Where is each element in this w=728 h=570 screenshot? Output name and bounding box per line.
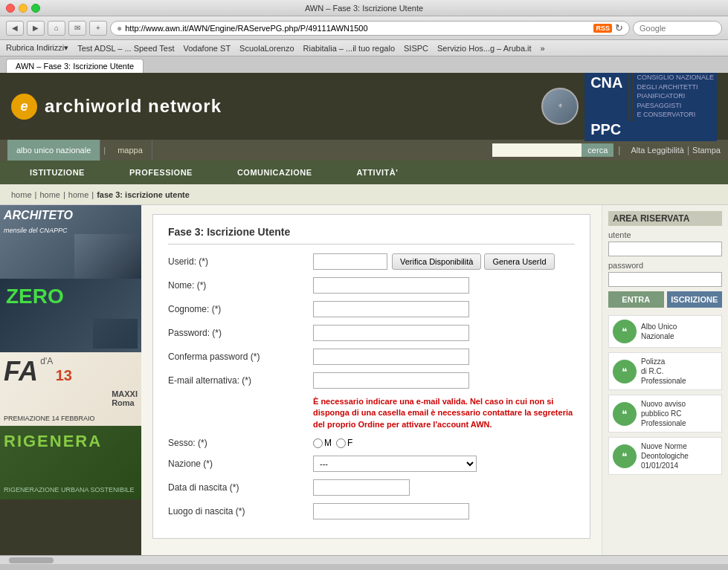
card-norme-icon: ❝: [613, 444, 637, 468]
bookmark-speed-test[interactable]: Test ADSL – ... Speed Test: [77, 44, 174, 53]
url-bar[interactable]: ● RSS ↻: [110, 21, 630, 36]
password-row: Password: (*): [168, 325, 575, 341]
horizontal-scrollbar[interactable]: [0, 555, 728, 564]
cognome-label: Cognome: (*): [168, 304, 313, 314]
minimize-button[interactable]: [19, 4, 28, 13]
card-polizza-icon: ❝: [613, 360, 637, 383]
verifica-disponibilita-button[interactable]: Verifica Disponibilità: [392, 253, 481, 270]
sidebar-rigenera[interactable]: RIGENERA RIGENERAZIONE URBANA SOSTENIBIL…: [0, 426, 141, 499]
browser-search-input[interactable]: [640, 24, 703, 33]
back-button[interactable]: ◀: [6, 21, 24, 36]
email-row: E-mail alternativa: (*): [168, 372, 575, 389]
sidebar-card-nuovo-avviso[interactable]: ❝ Nuovo avvisopubblico RCProfessionale: [608, 395, 722, 433]
bookmark-riabitalia[interactable]: Riabitalia – ...il tuo regalo: [303, 44, 396, 53]
maximize-button[interactable]: [31, 4, 40, 13]
nav-istituzione[interactable]: ISTITUZIONE: [7, 161, 107, 184]
bookmark-vodafone[interactable]: Vodafone ST: [184, 44, 231, 53]
right-sidebar: AREA RISERVATA utente password ENTRA ISC…: [602, 205, 728, 555]
sesso-m-label: M: [324, 438, 332, 448]
sidebar-architeto[interactable]: ARCHITETOmensile del CNAPPC: [0, 205, 141, 279]
bookmark-servizio[interactable]: Servizio Hos...g – Aruba.it: [437, 44, 532, 53]
bookmark-sispc[interactable]: SISPC: [404, 44, 428, 53]
utente-label: utente: [608, 230, 722, 239]
forward-button[interactable]: ▶: [27, 21, 45, 36]
breadcrumb: home | home | home | fase 3: iscrizione …: [0, 184, 728, 205]
refresh-button[interactable]: ↻: [615, 22, 623, 33]
stampa-link[interactable]: Stampa: [692, 146, 721, 155]
sesso-m-radio[interactable]: [313, 438, 323, 448]
main-nav: ISTITUZIONE PROFESSIONE COMUNICAZIONE AT…: [0, 161, 728, 184]
breadcrumb-home2[interactable]: home: [39, 190, 60, 199]
form-title: Fase 3: Iscrizione Utente: [168, 226, 575, 244]
form-container: Fase 3: Iscrizione Utente Userid: (*) Ve…: [152, 214, 590, 539]
email-input[interactable]: [313, 372, 469, 389]
browser-toolbar: ◀ ▶ ⌂ ✉ + ● RSS ↻: [0, 16, 728, 40]
email-label: E-mail alternativa: (*): [168, 375, 313, 386]
utente-input[interactable]: [608, 242, 722, 256]
bookmarks-bar: Rubrica Indirizzi▾ Test ADSL – ... Speed…: [0, 40, 728, 56]
nav-attivita[interactable]: ATTIVITÀ': [335, 161, 421, 184]
nav-professione[interactable]: PROFESSIONE: [107, 161, 215, 184]
nome-label: Nome: (*): [168, 280, 313, 291]
iscrizione-button[interactable]: ISCRIZIONE: [667, 291, 723, 308]
sidebar-card-norme[interactable]: ❝ Nuove NormeDeontologiche01/01/2014: [608, 437, 722, 475]
data-nascita-row: Data di nascita (*): [168, 479, 575, 496]
luogo-nascita-input[interactable]: [313, 503, 469, 519]
password-input[interactable]: [313, 325, 469, 341]
nome-input[interactable]: [313, 277, 469, 294]
breadcrumb-home3[interactable]: home: [68, 190, 89, 199]
tab-bar: AWN – Fase 3: Iscrizione Utente: [0, 56, 728, 73]
email-note: È necessario indicare una e-mail valida.…: [313, 396, 575, 430]
bookmark-rubrica[interactable]: Rubrica Indirizzi▾: [6, 43, 68, 53]
sesso-f-radio[interactable]: [336, 438, 346, 448]
nav-mappa[interactable]: mappa: [109, 140, 152, 161]
nav-albo-unico[interactable]: albo unico nazionale: [7, 140, 100, 161]
sidebar-card-albo[interactable]: ❝ Albo UnicoNazionale: [608, 315, 722, 348]
close-button[interactable]: [6, 4, 15, 13]
luogo-nascita-label: Luogo di nascita (*): [168, 506, 313, 516]
password-label: Password: (*): [168, 328, 313, 338]
sidebar-fa[interactable]: FA d'A 13 MAXXIRoma PREMIAZIONE 14 FEBBR…: [0, 352, 141, 426]
genera-userid-button[interactable]: Genera UserId: [484, 253, 554, 270]
home-button[interactable]: ⌂: [48, 21, 65, 36]
sesso-m-option: M: [313, 438, 332, 448]
logo-area: e archiworld network: [11, 94, 222, 120]
cerca-button[interactable]: cerca: [582, 143, 613, 157]
page: e archiworld network ⚜ CNA CONSIGLIO NAZ…: [0, 73, 728, 555]
new-tab-button[interactable]: +: [89, 21, 107, 36]
cna-text: CNA: [584, 73, 628, 121]
cna-ppc-logo: CNA CONSIGLIO NAZIONALEDEGLI ARCHITETTIP…: [584, 73, 717, 141]
cognome-row: Cognome: (*): [168, 301, 575, 317]
sidebar-card-polizza[interactable]: ❝ Polizzadi R.C.Professionale: [608, 352, 722, 390]
userid-buttons: Verifica Disponibilità Genera UserId: [392, 253, 555, 270]
sesso-row: Sesso: (*) M F: [168, 438, 575, 448]
bookmark-scuola[interactable]: ScuolaLorenzo: [239, 44, 294, 53]
userid-row: Userid: (*) Verifica Disponibilità Gener…: [168, 253, 575, 270]
top-nav: albo unico nazionale | mappa cerca | Alt…: [0, 140, 728, 161]
entra-button[interactable]: ENTRA: [608, 291, 664, 308]
conferma-password-input[interactable]: [313, 349, 469, 365]
browser-search-bar[interactable]: [633, 21, 722, 36]
sesso-radio-group: M F: [313, 438, 352, 448]
cognome-input[interactable]: [313, 301, 469, 317]
password-input-sidebar[interactable]: [608, 272, 722, 287]
mail-button[interactable]: ✉: [68, 21, 86, 36]
url-input[interactable]: [125, 24, 590, 33]
scroll-thumb[interactable]: [9, 557, 54, 563]
sidebar-zero[interactable]: ZERO: [0, 279, 141, 352]
alta-leggibilita-link[interactable]: Alta Leggibilità: [631, 146, 684, 155]
data-nascita-input[interactable]: [313, 479, 410, 496]
logo-icon: e: [11, 94, 37, 120]
userid-input[interactable]: [313, 253, 387, 270]
cna-desc: CONSIGLIO NAZIONALEDEGLI ARCHITETTIPIANI…: [634, 73, 717, 121]
bookmark-more[interactable]: »: [541, 44, 545, 53]
card-albo-icon: ❝: [613, 320, 637, 343]
nome-row: Nome: (*): [168, 277, 575, 294]
rss-icon: RSS: [593, 24, 612, 33]
nav-comunicazione[interactable]: COMUNICAZIONE: [215, 161, 335, 184]
current-tab[interactable]: AWN – Fase 3: Iscrizione Utente: [6, 59, 144, 73]
top-nav-search-input[interactable]: [492, 143, 582, 157]
nazione-select[interactable]: ---: [313, 456, 477, 472]
nazione-row: Nazione (*) ---: [168, 456, 575, 472]
breadcrumb-home1[interactable]: home: [11, 190, 32, 199]
